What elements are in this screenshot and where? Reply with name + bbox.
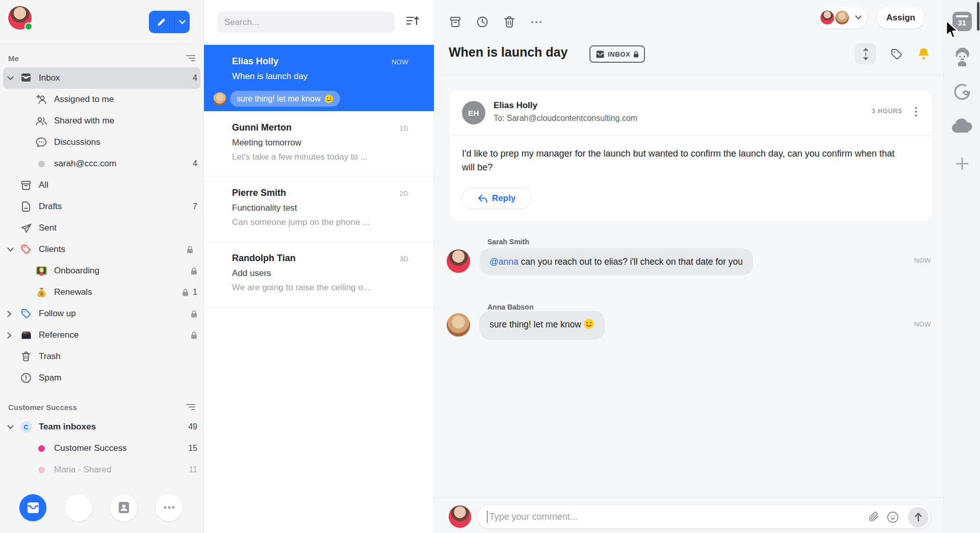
emoji-picker-icon[interactable] (887, 511, 899, 525)
sidebar-item-sent[interactable]: Sent (0, 217, 203, 239)
inbox-icon (596, 50, 605, 58)
thread-title: When is launch day (449, 45, 568, 60)
reply-arrow-icon (478, 194, 487, 203)
shared-icon (35, 116, 48, 126)
assignee-selector[interactable] (816, 7, 867, 29)
more-icon[interactable] (530, 15, 543, 29)
avatar (447, 249, 470, 273)
conversation-sender: Randolph Tian (232, 253, 408, 264)
sidebar-item-trash[interactable]: Trash (0, 346, 203, 367)
user-avatar[interactable] (8, 6, 32, 30)
sidebar-item-customer-success[interactable]: Customer Success 15 (0, 438, 203, 459)
archive-icon[interactable] (449, 15, 462, 29)
cardbox-emoji (19, 331, 33, 340)
chevron-right-icon[interactable] (7, 311, 19, 317)
mention-link[interactable]: @anna (489, 257, 519, 267)
snooze-clock-icon[interactable] (476, 15, 489, 29)
compose-pencil-icon[interactable] (149, 11, 175, 33)
sidebar-nav: Me Inbox 4 Assigned to me Shared with me (0, 45, 203, 533)
notification-bell-icon[interactable] (917, 47, 930, 61)
sidebar-item-maria-shared[interactable]: Maria - Shared 11 (0, 459, 203, 480)
attachment-paperclip-icon[interactable] (868, 511, 880, 525)
sidebar-item-renewals[interactable]: $ Renewals 1 (0, 282, 203, 303)
sidebar-item-all[interactable]: All (0, 174, 203, 196)
compose-dropdown-chevron-icon[interactable] (175, 11, 190, 33)
conversation-row-pierre[interactable]: Pierre Smith 2D Functionality test Can s… (204, 176, 434, 242)
app-inbox-button[interactable] (19, 494, 46, 521)
tag-icon[interactable] (890, 47, 903, 61)
inbox-icon (19, 73, 33, 83)
scrollbar-thumb[interactable] (977, 2, 979, 31)
trash-icon[interactable] (503, 15, 516, 29)
sidebar-item-follow-up[interactable]: Follow up (0, 303, 203, 324)
conversation-row-elias[interactable]: Elias Holly NOW When is launch day sure … (204, 45, 434, 111)
inbox-badge[interactable]: INBOX (589, 45, 645, 63)
comment-input-wrapper[interactable] (477, 504, 931, 529)
assign-button[interactable]: Assign (877, 7, 924, 29)
sidebar-bottom-bar (0, 482, 203, 533)
sidebar-item-clients[interactable]: Clients (0, 239, 203, 260)
sidebar-item-onboarding[interactable]: Onboarding (0, 260, 203, 282)
chevron-down-icon[interactable] (7, 247, 19, 252)
sidebar-item-count: 4 (189, 73, 197, 83)
expand-messages-button[interactable] (855, 43, 876, 64)
sidebar-item-label: Trash (39, 351, 197, 362)
me-section-header: Me (0, 49, 203, 67)
svg-text:$: $ (40, 291, 42, 296)
sidebar-item-count: 4 (189, 159, 197, 168)
search-input-wrapper[interactable] (217, 12, 395, 33)
sidebar-item-drafts[interactable]: Drafts 7 (0, 196, 203, 217)
lock-icon (191, 332, 197, 339)
add-plugin-icon[interactable] (955, 156, 970, 173)
comment-author: Anna Babson (487, 303, 533, 311)
message-body: I'd like to prep my manager for the laun… (450, 136, 919, 174)
sidebar-item-count: 15 (184, 444, 197, 453)
compose-button[interactable] (149, 11, 190, 33)
mascot-plugin-icon[interactable] (951, 46, 973, 70)
assigned-icon (35, 94, 48, 105)
comment-input[interactable] (489, 512, 864, 522)
sidebar-item-reference[interactable]: Reference (0, 324, 203, 346)
conversation-subject: Meeting tomorrow (232, 138, 408, 148)
pink-dot (35, 445, 48, 452)
sidebar-item-assigned-to-me[interactable]: Assigned to me (0, 89, 203, 110)
sidebar-item-label: Reference (39, 330, 187, 340)
conversation-subject: When is launch day (232, 71, 408, 82)
sidebar-item-label: Customer Success (54, 443, 184, 453)
cloud-plugin-icon[interactable] (951, 118, 973, 136)
sort-icon[interactable] (406, 15, 420, 29)
send-comment-button[interactable] (908, 507, 929, 527)
conversation-row-randolph[interactable]: Randolph Tian 3D Add users We are going … (204, 242, 434, 307)
sidebar-item-count: 11 (185, 465, 197, 474)
filter-icon[interactable] (185, 55, 195, 61)
sidebar-item-label: Maria - Shared (54, 465, 185, 475)
thread-header: Assign When is launch day INBOX (434, 0, 943, 75)
chevron-down-icon[interactable] (7, 425, 19, 429)
chevron-down-icon[interactable] (7, 76, 19, 81)
conversation-sender: Gunni Merton (232, 122, 408, 133)
sidebar-item-label: Clients (39, 244, 183, 255)
email-message-card[interactable]: EH Elias Holly To: Sarah@cloudcontentcon… (450, 91, 932, 221)
sidebar-item-sarah-channel[interactable]: sarah@ccc.com 4 (0, 153, 203, 174)
analytics-button[interactable] (65, 494, 92, 521)
more-apps-button[interactable] (156, 494, 183, 521)
conversation-row-gunni[interactable]: Gunni Merton 1D Meeting tomorrow Let's t… (204, 111, 434, 176)
reply-button[interactable]: Reply (461, 188, 532, 209)
sidebar-item-inbox[interactable]: Inbox 4 (3, 67, 200, 89)
search-input[interactable] (224, 17, 388, 28)
loop-plugin-icon[interactable] (952, 82, 972, 104)
conversation-snippet: We are going to raise the ceiling o... (232, 283, 408, 293)
chevron-right-icon[interactable] (7, 332, 19, 339)
filter-icon[interactable] (185, 404, 195, 410)
contacts-button[interactable] (110, 494, 137, 521)
comment-text: sure thing! let me know (489, 319, 581, 329)
trash-icon (19, 351, 33, 362)
message-more-icon[interactable] (911, 105, 921, 118)
message-time: 3 HOURS (872, 108, 902, 115)
sidebar-item-team-inboxes[interactable]: C Team inboxes 49 (0, 416, 203, 438)
sidebar-item-spam[interactable]: Spam (0, 367, 203, 389)
slightly-smiling-face-emoji (324, 94, 333, 104)
sidebar-item-shared-with-me[interactable]: Shared with me (0, 110, 203, 132)
conversation-time: 1D (400, 124, 408, 132)
sidebar-item-discussions[interactable]: Discussions (0, 132, 203, 153)
